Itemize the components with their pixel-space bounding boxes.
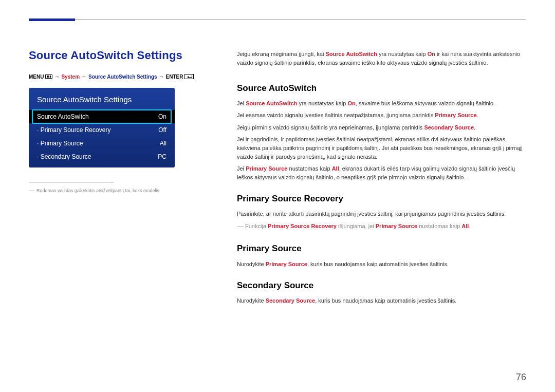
text: Jeigu pirminis vaizdo signalų šaltinis y…: [237, 124, 424, 130]
breadcrumb-system: System: [61, 74, 80, 80]
paragraph: Jei Source AutoSwitch yra nustatytas kai…: [237, 99, 526, 108]
osd-label: Primary Source Recovery: [37, 126, 110, 134]
paragraph: Jeigu pirminis vaizdo signalų šaltinis y…: [237, 123, 526, 132]
dash-icon: ―: [29, 187, 34, 193]
term-secondary-source: Secondary Source: [266, 297, 316, 304]
arrow-right-icon: →: [81, 73, 87, 80]
text: Nurodykite: [237, 297, 266, 304]
osd-row-primary-source-recovery[interactable]: Primary Source Recovery Off: [29, 123, 175, 137]
term-all: All: [332, 165, 339, 172]
osd-row-secondary-source[interactable]: Secondary Source PC: [29, 150, 175, 163]
text: , kuris bus naudojamas kaip automatinis …: [307, 261, 449, 267]
osd-value: PC: [158, 153, 166, 160]
paragraph: Jei Primary Source nustatomas kaip All, …: [237, 164, 526, 182]
heading-source-autoswitch: Source AutoSwitch: [237, 82, 526, 95]
header-accent: [29, 18, 75, 21]
osd-title: Source AutoSwitch Settings: [29, 95, 175, 110]
arrow-right-icon: →: [159, 73, 164, 80]
intro-paragraph: Jeigu ekraną mėginama įjungti, kai Sourc…: [237, 50, 526, 67]
arrow-right-icon: →: [54, 73, 60, 80]
term-all: All: [461, 223, 469, 229]
term-primary-source: Primary Source: [435, 112, 476, 118]
osd-row-primary-source[interactable]: Primary Source All: [29, 137, 175, 150]
footnote: ―Rodomas vaizdas gali skirtis atsižvelgi…: [29, 186, 206, 194]
breadcrumb: MENU → System → Source AutoSwitch Settin…: [29, 73, 206, 80]
term-source-autoswitch: Source AutoSwitch: [325, 51, 377, 57]
text: .: [469, 223, 470, 229]
text: išjungiama, jei: [337, 223, 376, 229]
paragraph: Pasirinkite, ar norite atkurti pasirinkt…: [237, 210, 526, 218]
text: .: [474, 124, 475, 130]
footnote-text: Rodomas vaizdas gali skirtis atsižvelgia…: [36, 188, 161, 193]
paragraph: Jei esamas vaizdo signalų įvesties šalti…: [237, 111, 526, 120]
text: .: [477, 112, 478, 118]
breadcrumb-enter: ENTER: [166, 74, 183, 80]
note-paragraph: ―Funkcija Primary Source Recovery išjung…: [237, 221, 526, 232]
paragraph: Nurodykite Secondary Source, kuris bus n…: [237, 296, 526, 305]
text: Jei esamas vaizdo signalų įvesties šalti…: [237, 112, 435, 118]
term-on: On: [347, 100, 355, 106]
text: Jei: [237, 100, 246, 106]
dash-icon: ―: [237, 222, 244, 230]
term-on: On: [428, 51, 435, 57]
breadcrumb-menu: MENU: [29, 74, 44, 80]
osd-label: Secondary Source: [37, 153, 91, 160]
breadcrumb-path: Source AutoSwitch Settings: [88, 74, 157, 80]
page-content: Source AutoSwitch Settings MENU → System…: [29, 36, 526, 377]
page-number: 76: [516, 372, 526, 383]
paragraph: Jei ir pagrindinis, ir papildomas įvesti…: [237, 135, 526, 161]
left-column: Source AutoSwitch Settings MENU → System…: [29, 36, 206, 377]
term-primary-source: Primary Source: [266, 261, 307, 267]
enter-icon: [184, 74, 194, 79]
osd-value: All: [160, 140, 166, 147]
text: Jei: [237, 165, 246, 172]
term-source-autoswitch: Source AutoSwitch: [246, 100, 297, 106]
text: nustatomas kaip: [287, 165, 331, 172]
text: , kuris bus naudojamas kaip automatinis …: [315, 297, 456, 304]
header-rule: [29, 20, 526, 20]
term-primary-source-recovery: Primary Source Recovery: [268, 223, 337, 229]
osd-panel: Source AutoSwitch Settings Source AutoSw…: [29, 88, 175, 167]
osd-label: Source AutoSwitch: [37, 113, 89, 120]
page-title: Source AutoSwitch Settings: [29, 49, 206, 62]
osd-row-source-autoswitch[interactable]: Source AutoSwitch On: [29, 110, 175, 123]
osd-value: On: [158, 113, 166, 120]
heading-primary-source: Primary Source: [237, 242, 526, 255]
text: yra nustatytas kaip: [377, 51, 428, 57]
heading-primary-source-recovery: Primary Source Recovery: [237, 192, 526, 206]
menu-icon: [45, 74, 52, 79]
right-column: Jeigu ekraną mėginama įjungti, kai Sourc…: [237, 36, 526, 377]
text: Jeigu ekraną mėginama įjungti, kai: [237, 51, 325, 57]
text: Funkcija: [245, 223, 268, 229]
term-secondary-source: Secondary Source: [424, 124, 474, 130]
heading-secondary-source: Secondary Source: [237, 279, 526, 292]
osd-label: Primary Source: [37, 140, 83, 147]
osd-value: Off: [158, 126, 166, 134]
paragraph: Nurodykite Primary Source, kuris bus nau…: [237, 260, 526, 269]
text: nustatomas kaip: [417, 223, 461, 229]
term-primary-source: Primary Source: [376, 223, 417, 229]
footnote-rule: [29, 182, 114, 182]
term-primary-source: Primary Source: [246, 165, 287, 172]
text: yra nustatytas kaip: [298, 100, 348, 106]
text: , savaime bus ieškoma aktyvaus vaizdo si…: [356, 100, 495, 106]
text: Nurodykite: [237, 261, 266, 267]
